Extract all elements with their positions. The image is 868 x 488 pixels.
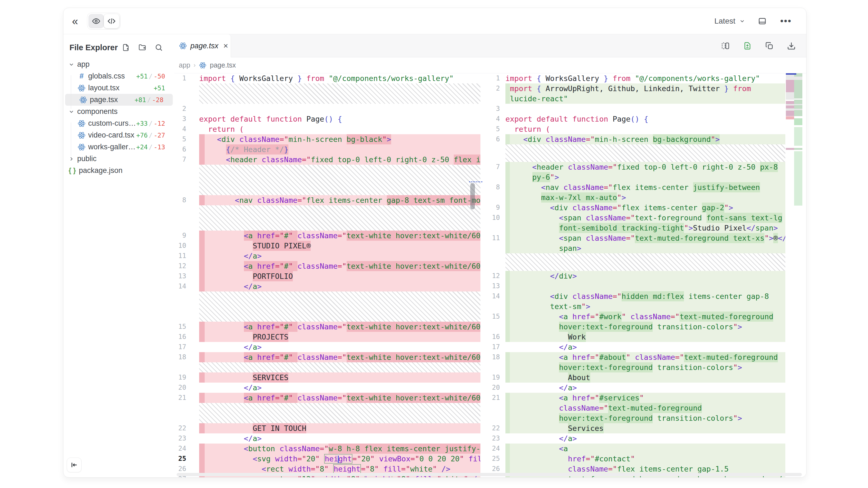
code-line[interactable]: <a href="#" className="text-white hover:… [199,322,480,332]
diff-pane-old[interactable]: 1import { WorksGallery } from "@/compone… [175,73,480,477]
sidebar-item-video-card.tsx[interactable]: video-card.tsx+76/-27 [63,129,175,141]
code-line[interactable]: Work [505,332,785,342]
code-line[interactable]: <div className="min-h-screen bg-backgrou… [505,134,785,144]
code-line[interactable]: <div className="hidden md:flex items-cen… [505,291,785,301]
code-line[interactable]: <a href="#" className="text-white hover:… [199,393,480,403]
download-button[interactable] [785,39,798,53]
code-line[interactable]: About [505,372,785,383]
code-line[interactable]: GET IN TOUCH [199,423,480,433]
code-line[interactable]: </a> [199,251,480,261]
version-dropdown[interactable]: Latest [714,17,745,26]
diff-overview-strip[interactable] [786,73,802,477]
line-number: 1 [488,73,505,84]
new-folder-button[interactable] [137,43,147,52]
sidebar-item-app[interactable]: app [63,59,175,70]
code-line[interactable]: import { WorksGallery } from "@/componen… [505,73,785,84]
code-line[interactable] [505,281,785,291]
tree-indent-guide [71,75,71,109]
code-line[interactable]: <a [505,444,785,454]
code-line[interactable]: hover:text-foreground transition-colors"… [505,362,785,372]
sidebar-item-custom-curs[interactable]: custom-curs…+33/-12 [63,118,175,129]
sidebar-item-page.tsx[interactable]: page.tsx+81/-28 [65,94,173,106]
code-line[interactable]: <div className="flex items-center gap-2"… [505,202,785,213]
code-line[interactable]: text-sm"> [505,301,785,312]
collapse-sidebar-button[interactable] [67,458,82,473]
code-line[interactable]: href="#contact" [505,454,785,464]
breadcrumb-app[interactable]: app [179,61,190,69]
code-line[interactable]: <a href="#about" className="text-muted-f… [505,352,785,362]
code-line[interactable]: <header className="fixed top-0 left-0 ri… [199,155,480,165]
line-number: 7 [175,155,199,165]
code-line[interactable]: <span className="text-muted-foreground t… [505,233,785,243]
more-menu-button[interactable]: ••• [779,14,793,28]
code-line[interactable] [199,104,480,114]
code-line[interactable]: STUDIO PIXEL® [199,241,480,251]
code-line[interactable]: <a href="#" className="text-white hover:… [199,352,480,362]
split-view-button[interactable] [719,39,732,53]
code-line[interactable]: PROJECTS [199,332,480,342]
line-number [488,301,505,312]
code-line[interactable]: <svg width="20" height="20" viewBox="0 0… [199,454,480,464]
code-line[interactable]: <nav className="flex items-center justif… [505,182,785,192]
sidebar-item-works-galler[interactable]: works-galler…+24/-13 [63,141,175,153]
new-file-button[interactable] [121,43,130,52]
code-line[interactable]: hover:text-foreground transition-colors"… [505,322,785,332]
code-line[interactable]: return ( [505,124,785,134]
code-line[interactable]: export default function Page() { [505,114,785,124]
code-line[interactable]: max-w-7xl mx-auto"> [505,192,785,202]
sidebar-item-globals.css[interactable]: #globals.css+51/-50 [63,70,175,82]
code-line[interactable]: <rect width="8" height="8" fill="white" … [199,464,480,474]
tab-page-tsx[interactable]: page.tsx × [175,34,231,57]
code-view-button[interactable] [104,14,119,28]
code-line[interactable]: className="flex items-center gap-1.5 [505,464,785,474]
code-line[interactable]: </div> [505,271,785,281]
diff-code-area[interactable]: 1import { WorksGallery } from "@/compone… [175,73,806,477]
sidebar-item-layout.tsx[interactable]: layout.tsx+51 [63,82,175,94]
copy-button[interactable] [763,39,776,53]
collapse-panel-button[interactable]: « [68,14,82,28]
code-line[interactable]: </a> [199,433,480,444]
code-line[interactable]: <span className="text-foreground font-sa… [505,213,785,223]
code-line[interactable]: <a href="#" className="text-white hover:… [199,261,480,271]
code-line[interactable]: import { ArrowUpRight, Github, Linkedin,… [505,84,785,94]
code-line[interactable]: py-6"> [505,172,785,182]
code-line[interactable]: <a href="#work" className="text-muted-fo… [505,312,785,322]
code-line[interactable]: font-semibold tracking-tight">Studio Pix… [505,223,785,233]
horizontal-scrollbar[interactable] [177,473,802,476]
sidebar-item-package.json[interactable]: { }package.json [63,165,175,176]
vertical-scrollbar-thumb[interactable] [470,183,475,209]
code-line[interactable]: <header className="fixed top-0 left-0 ri… [505,162,785,172]
code-line[interactable]: </a> [199,342,480,352]
sidebar-item-public[interactable]: public [63,153,175,165]
code-line[interactable]: "lucide-react" [505,94,785,104]
code-line[interactable]: </a> [199,281,480,291]
code-line[interactable]: <button className="w-8 h-8 flex items-ce… [199,444,480,454]
code-line[interactable]: {/* Header */} [199,144,480,155]
code-line[interactable]: </a> [505,342,785,352]
code-line[interactable]: span> [505,243,785,253]
code-line[interactable] [505,104,785,114]
code-line[interactable]: PORTFOLIO [199,271,480,281]
panel-bottom-button[interactable] [756,14,769,28]
code-line[interactable]: <a href="#services" [505,393,785,403]
code-line[interactable]: return ( [199,124,480,134]
preview-eye-button[interactable] [88,14,104,28]
code-line[interactable]: </a> [505,433,785,444]
search-files-button[interactable] [154,43,163,52]
diff-pane-new[interactable]: 1import { WorksGallery } from "@/compone… [488,73,785,477]
code-line[interactable]: </a> [199,383,480,393]
code-line[interactable]: <a href="#" className="text-white hover:… [199,231,480,241]
code-line[interactable]: hover:text-foreground transition-colors"… [505,413,785,423]
code-line[interactable]: <nav className="flex items-center gap-8 … [199,195,480,205]
diff-file-button[interactable] [741,39,754,53]
code-line[interactable]: <div className="min-h-screen bg-black"> [199,134,480,144]
sidebar-item-components[interactable]: components [63,106,175,118]
code-line[interactable]: Services [505,423,785,433]
code-line[interactable]: SERVICES [199,372,480,383]
code-line[interactable]: export default function Page() { [199,114,480,124]
tab-close-button[interactable]: × [223,41,228,51]
code-line[interactable]: className="text-muted-foreground [505,403,785,413]
line-number: 13 [175,271,199,281]
code-line[interactable]: import { WorksGallery } from "@/componen… [199,73,480,84]
code-line[interactable]: </a> [505,383,785,393]
